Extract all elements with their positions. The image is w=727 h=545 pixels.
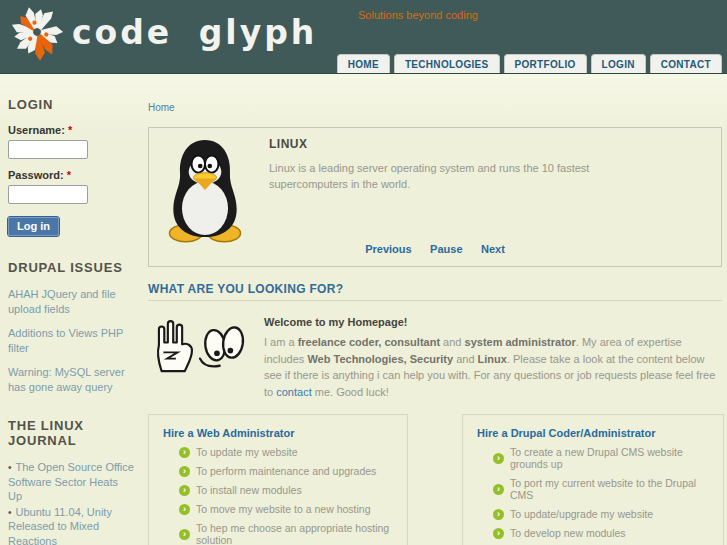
hire-box-item-link[interactable]: To update my website xyxy=(196,446,298,458)
slideshow-control-link[interactable]: Next xyxy=(481,243,505,255)
section-title: WHAT ARE YOU LOOKING FOR? xyxy=(148,282,722,301)
login-button[interactable]: Log in xyxy=(8,217,59,236)
required-asterisk: * xyxy=(67,169,71,181)
green-arrow-circle-icon: › xyxy=(493,509,504,520)
login-block: LOGIN Username: * Password: * Log in xyxy=(8,97,134,236)
linux-journal-block: THE LINUX JOURNAL •The Open Source Offic… xyxy=(8,418,134,545)
linux-journal-title: THE LINUX JOURNAL xyxy=(8,418,134,448)
green-arrow-circle-icon: › xyxy=(179,466,190,477)
required-asterisk: * xyxy=(68,124,72,136)
hire-box-items: ›To update my website ›To perform mainte… xyxy=(159,446,397,545)
green-arrow-circle-icon: › xyxy=(179,529,190,540)
welcome-block: Welcome to my Homepage! I am a freelance… xyxy=(148,314,722,400)
slideshow-controls: Previous Pause Next xyxy=(149,239,721,257)
hire-box-item: ›To perform maintenance and upgrades xyxy=(179,465,397,477)
breadcrumb[interactable]: Home xyxy=(148,102,175,113)
hire-box-item: ›To update my website xyxy=(179,446,397,458)
welcome-text: Welcome to my Homepage! I am a freelance… xyxy=(264,314,722,400)
hire-box-item-link[interactable]: To update/upgrade my website xyxy=(510,508,653,520)
welcome-heading: Welcome to my Homepage! xyxy=(264,316,722,328)
username-label-text: Username: xyxy=(8,124,65,136)
drupal-issue-link[interactable]: Additions to Views PHP filter xyxy=(8,326,134,355)
hire-box: Hire a Drupal Coder/Administrator ›To cr… xyxy=(462,414,724,545)
green-arrow-circle-icon: › xyxy=(493,484,504,495)
hand-eyes-illustration xyxy=(150,316,250,378)
green-arrow-circle-icon: › xyxy=(493,453,504,464)
green-arrow-circle-icon: › xyxy=(179,504,190,515)
bullet-icon: • xyxy=(8,507,12,518)
tux-penguin-image xyxy=(157,135,253,245)
drupal-issue-link[interactable]: AHAH JQuery and file upload fields xyxy=(8,287,134,316)
hire-box-item: ›To develop new modules xyxy=(493,527,713,539)
login-title: LOGIN xyxy=(8,97,134,112)
slideshow-control-link[interactable]: Previous xyxy=(365,243,411,255)
drupal-issues-list: AHAH JQuery and file upload fields Addit… xyxy=(8,287,134,394)
hire-box-title[interactable]: Hire a Drupal Coder/Administrator xyxy=(477,427,713,439)
linux-journal-list: •The Open Source Office Software Sector … xyxy=(8,460,134,545)
drupal-issues-block: DRUPAL ISSUES AHAH JQuery and file uploa… xyxy=(8,260,134,394)
logo-starburst-icon xyxy=(8,3,66,61)
journal-item: •The Open Source Office Software Sector … xyxy=(8,460,134,504)
logo-text: code glyph xyxy=(72,13,317,52)
journal-item: •Ubuntu 11.04, Unity Released to Mixed R… xyxy=(8,505,134,545)
hire-box-item: ›To port my current website to the Drupa… xyxy=(493,477,713,501)
slideshow-box: LINUX Linux is a leading server operatin… xyxy=(148,127,722,267)
hire-boxes-grid: Hire a Web Administrator ›To update my w… xyxy=(148,414,722,545)
username-input[interactable] xyxy=(8,140,88,159)
sidebar: LOGIN Username: * Password: * Log in DRU… xyxy=(8,97,134,545)
hire-box-item: ›To update/upgrade my website xyxy=(493,508,713,520)
slide-title: LINUX xyxy=(269,137,599,151)
bullet-icon: • xyxy=(8,462,12,473)
hire-box-item-link[interactable]: To move my website to a new hosting xyxy=(196,503,371,515)
hire-box-title[interactable]: Hire a Web Administrator xyxy=(163,427,397,439)
slideshow-control-link[interactable]: Pause xyxy=(430,243,462,255)
green-arrow-circle-icon: › xyxy=(179,485,190,496)
nav-tab[interactable]: CONTACT xyxy=(650,54,722,73)
hire-box-item-link[interactable]: To port my current website to the Drupal… xyxy=(510,477,713,501)
hire-box-item-link[interactable]: To perform maintenance and upgrades xyxy=(196,465,376,477)
journal-link[interactable]: Ubuntu 11.04, Unity Released to Mixed Re… xyxy=(8,506,112,545)
site-tagline: Solutions beyond coding xyxy=(358,9,478,21)
password-label-text: Password: xyxy=(8,169,64,181)
hire-box-item-link[interactable]: To hep me choose an appropriate hosting … xyxy=(196,522,397,545)
site-logo[interactable]: code glyph xyxy=(8,3,317,61)
page: code glyph Solutions beyond coding HOME … xyxy=(0,0,727,545)
username-label: Username: * xyxy=(8,124,134,136)
hire-box-item-link[interactable]: To create a new Drupal CMS website groun… xyxy=(510,446,713,470)
welcome-paragraph: I am a freelance coder, consultant and s… xyxy=(264,334,722,400)
hire-box-items: ›To create a new Drupal CMS website grou… xyxy=(473,446,713,545)
nav-tab[interactable]: TECHNOLOGIES xyxy=(394,54,500,73)
password-label: Password: * xyxy=(8,169,134,181)
drupal-issues-title: DRUPAL ISSUES xyxy=(8,260,134,275)
hire-box: Hire a Web Administrator ›To update my w… xyxy=(148,414,408,545)
nav-tab[interactable]: LOGIN xyxy=(591,54,646,73)
password-input[interactable] xyxy=(8,185,88,204)
nav-tab[interactable]: HOME xyxy=(337,54,390,73)
main-nav: HOME TECHNOLOGIES PORTFOLIO LOGIN CONTAC… xyxy=(337,54,722,73)
hire-box-item: ›To move my website to a new hosting xyxy=(179,503,397,515)
hire-box-item-link[interactable]: To develop new modules xyxy=(510,527,626,539)
slide-description: Linux is a leading server operating syst… xyxy=(269,161,599,193)
hire-box-item-link[interactable]: To install new modules xyxy=(196,484,302,496)
hire-box-item: ›To install new modules xyxy=(179,484,397,496)
drupal-issue-link[interactable]: Warning: MySQL server has gone away quer… xyxy=(8,365,134,394)
contact-link[interactable]: contact xyxy=(276,386,311,398)
page-body: LOGIN Username: * Password: * Log in DRU… xyxy=(0,74,727,545)
nav-tab[interactable]: PORTFOLIO xyxy=(504,54,587,73)
green-arrow-circle-icon: › xyxy=(493,528,504,539)
green-arrow-circle-icon: › xyxy=(179,447,190,458)
hire-box-item: ›To hep me choose an appropriate hosting… xyxy=(179,522,397,545)
hire-box-item: ›To create a new Drupal CMS website grou… xyxy=(493,446,713,470)
site-header: code glyph Solutions beyond coding HOME … xyxy=(0,0,727,74)
journal-link[interactable]: The Open Source Office Software Sector H… xyxy=(8,461,134,502)
main-content: Home LINUX Linux is a le xyxy=(148,97,722,545)
